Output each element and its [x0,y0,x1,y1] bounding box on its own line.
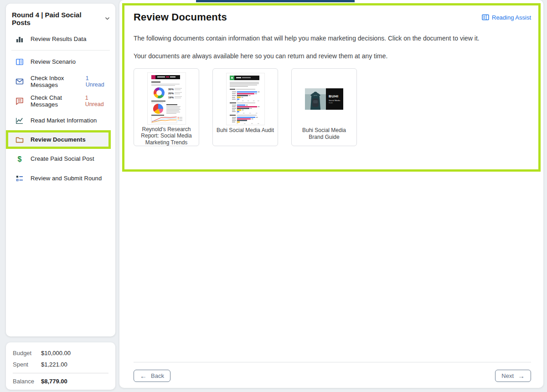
main-panel: Review Documents Reading Assist The foll… [119,0,543,388]
doc-thumbnail-social-media-audit [226,69,265,127]
thumb-brand-text: BUHI [329,94,339,98]
sidebar-item-label: Create Paid Social Post [31,155,94,162]
checklist-icon [15,174,24,183]
thumb-stat-3: 19% [168,96,174,99]
sidebar-item-review-results-data[interactable]: Review Results Data [6,29,115,49]
bar-chart-icon [15,35,24,44]
intro-paragraph-2: Your documents are always available here… [134,52,531,60]
page-title: Review Documents [134,11,227,23]
spent-label: Spent [13,361,41,368]
svg-text:$: $ [18,155,22,163]
inbox-unread-badge: 1 Unread [86,75,106,88]
next-button[interactable]: Next → [495,370,531,382]
budget-panel: Budget $10,000.00 Spent $1,221.00 Balanc… [6,342,115,390]
round-selector[interactable]: Round 4 | Paid Social Posts [6,4,115,29]
sidebar-item-label: Review Scenario [31,58,76,65]
thumb-stat-2: 20% [168,92,174,95]
sidebar-item-create-paid-social-post[interactable]: $ Create Paid Social Post [6,149,115,168]
dollar-icon: $ [15,154,24,163]
sidebar-item-label: Check Chat Messages [31,94,85,108]
budget-divider [13,373,108,373]
sidebar-item-review-documents[interactable]: Review Documents [8,132,108,147]
sidebar-item-check-chat-messages[interactable]: Check Chat Messages 1 Unread [6,91,115,111]
sidebar-item-review-and-submit-round[interactable]: Review and Submit Round [6,168,115,188]
document-card-brand-guide[interactable]: BUHI Social Media Guide Buhi Social Medi… [291,68,357,146]
balance-row: Balance $8,779.00 [13,376,108,387]
reading-assist-link[interactable]: Reading Assist [482,14,531,21]
thumb-subtitle-text: Social Media [329,99,341,102]
doc-thumbnail-brand-guide: BUHI Social Media Guide [305,69,343,127]
next-arrow-icon: → [518,372,525,379]
budget-value: $10,000.00 [41,350,71,356]
sidebar-item-label: Review and Submit Round [31,175,102,182]
budget-row: Budget $10,000.00 [13,347,108,359]
document-card-research-report[interactable]: 30% 20% 19% [134,68,199,146]
document-title: Buhi Social Media Audit [213,127,277,134]
sidebar-item-review-scenario[interactable]: Review Scenario [6,52,115,71]
intro-paragraph-1: The following documents contain informat… [134,35,531,42]
document-list: 30% 20% 19% [134,68,531,146]
back-button-label: Back [151,372,164,379]
doc-thumbnail-research-report: 30% 20% 19% [147,69,186,126]
document-card-social-media-audit[interactable]: Buhi Social Media Audit [212,68,278,146]
sidebar-item-label: Read Market Information [31,117,97,124]
budget-label: Budget [13,350,41,356]
line-chart-icon [15,116,24,125]
thumb-stat-1: 30% [168,88,174,91]
balance-value: $8,779.00 [41,378,67,385]
review-documents-highlight-annotation: Review Documents [6,130,111,149]
reader-mode-icon [482,14,489,21]
sidebar-item-read-market-information[interactable]: Read Market Information [6,111,115,130]
thumb-caption-text: Guide [329,102,333,104]
app-page: Round 4 | Paid Social Posts Review Resul… [0,0,547,392]
round-title: Round 4 | Paid Social Posts [12,11,102,26]
back-button[interactable]: ← Back [134,370,170,382]
document-title: Reynold's Research Report: Social Media … [134,126,199,146]
sidebar-divider [11,50,110,51]
footer-divider [134,362,531,362]
chat-bubble-icon [15,97,24,106]
top-progress-bar [196,0,355,2]
back-arrow-icon: ← [140,372,147,379]
next-button-label: Next [501,372,514,379]
balance-label: Balance [13,378,41,385]
sidebar-item-label: Review Documents [31,136,86,143]
reading-assist-label: Reading Assist [492,14,531,21]
scenario-book-icon [15,57,24,66]
sidebar-item-check-inbox-messages[interactable]: Check Inbox Messages 1 Unread [6,71,115,91]
folder-icon [15,135,24,144]
sidebar-item-label: Review Results Data [31,36,87,42]
envelope-icon [15,77,24,86]
sidebar: Round 4 | Paid Social Posts Review Resul… [6,4,115,336]
sidebar-item-label: Check Inbox Messages [31,75,86,88]
document-title: Buhi Social Media Brand Guide [292,127,356,140]
spent-value: $1,221.00 [41,361,67,368]
chevron-down-icon [105,17,110,20]
spent-row: Spent $1,221.00 [13,359,108,370]
chat-unread-badge: 1 Unread [85,95,106,107]
